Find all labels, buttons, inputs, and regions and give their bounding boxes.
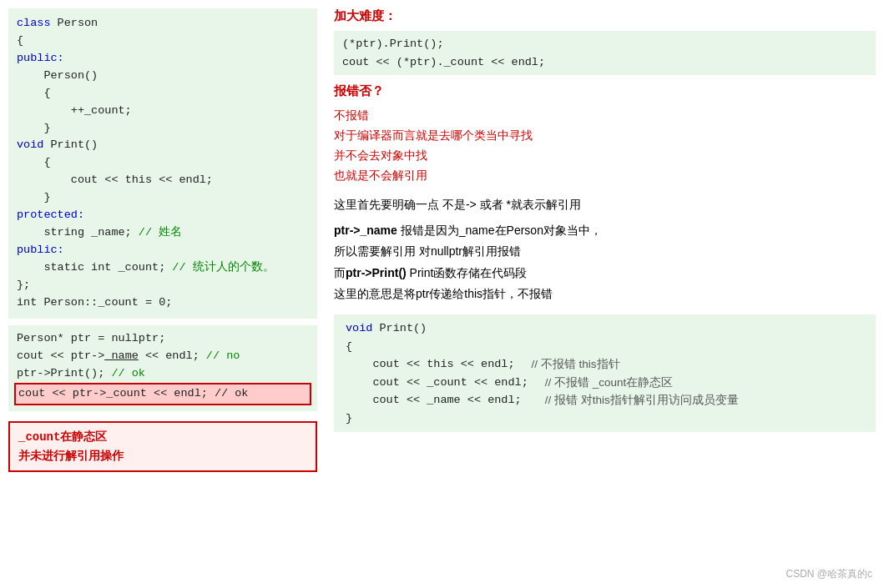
section2-line2: 对于编译器而言就是去哪个类当中寻找 — [334, 126, 876, 146]
watermark: CSDN @哈茶真的c — [785, 567, 872, 581]
bottom-code-block: Person* ptr = nullptr; cout << ptr->_nam… — [8, 325, 317, 412]
code-line-5: { — [17, 85, 309, 103]
code-line-7: } — [17, 120, 309, 138]
callout-box: _count在静态区 并未进行解引用操作 — [8, 421, 317, 472]
section3-intro: 这里首先要明确一点 不是-> 或者 *就表示解引用 — [334, 195, 876, 215]
code-line-9: { — [17, 154, 309, 172]
section3-line1: ptr->_name 报错是因为_name在Person对象当中， — [334, 220, 876, 241]
code-line-6: ++_count; — [17, 103, 309, 120]
section3-line2: 所以需要解引用 对nullptr解引用报错 — [334, 241, 876, 262]
bottom-line-2: cout << ptr->_name << endl; // no — [17, 348, 309, 365]
callout-line-1: _count在静态区 — [18, 428, 307, 446]
code-line-11: } — [17, 189, 309, 207]
callout-line-2: 并未进行解引用操作 — [18, 447, 307, 465]
section2-line3: 并不会去对象中找 — [334, 146, 876, 166]
right-panel: 加大难度： (*ptr).Print(); cout << (*ptr)._co… — [326, 8, 876, 580]
code-line-2: { — [17, 33, 309, 50]
bottom-line-highlight: cout << ptr->_count << endl; // ok — [14, 383, 311, 405]
section4-code-block: void Print() { cout << this << endl; // … — [334, 314, 876, 433]
section3-content: ptr->_name 报错是因为_name在Person对象当中， 所以需要解引… — [334, 220, 876, 304]
main-container: class Person { public: Person() { ++_cou… — [0, 0, 884, 588]
section4-line2: cout << _count << endl; // 不报错 _count在静态… — [346, 374, 864, 392]
code-line-17: int Person::_count = 0; — [17, 294, 309, 312]
code-line-4: Person() — [17, 68, 309, 85]
section3-line4: 这里的意思是将ptr传递给this指针，不报错 — [334, 284, 876, 304]
code-line-12: protected: — [17, 207, 309, 224]
section4-header: void Print() — [346, 319, 864, 338]
top-code-block: class Person { public: Person() { ++_cou… — [8, 8, 317, 319]
section4-brace-close: } — [346, 410, 864, 428]
section2-title: 报错否？ — [334, 83, 876, 99]
section3-line3: 而ptr->Print() Print函数存储在代码段 — [334, 263, 876, 284]
bottom-line-3: ptr->Print(); // ok — [17, 365, 309, 383]
code-line-16: }; — [17, 277, 309, 294]
code-line-10: cout << this << endl; — [17, 172, 309, 189]
section1-title: 加大难度： — [334, 8, 876, 24]
section2-line4: 也就是不会解引用 — [334, 166, 876, 186]
section2-line1: 不报错 — [334, 106, 876, 126]
left-panel: class Person { public: Person() { ++_cou… — [8, 8, 317, 580]
section2-content: 不报错 对于编译器而言就是去哪个类当中寻找 并不会去对象中找 也就是不会解引用 — [334, 106, 876, 185]
section1-code: (*ptr).Print(); cout << (*ptr)._count <<… — [334, 31, 876, 75]
code-line-13: string _name; // 姓名 — [17, 224, 309, 242]
code-line-1: class Person — [17, 15, 309, 33]
section4-brace-open: { — [346, 338, 864, 356]
code-line-15: static int _count; // 统计人的个数。 — [17, 259, 309, 277]
code-line-8: void Print() — [17, 137, 309, 154]
bottom-line-1: Person* ptr = nullptr; — [17, 330, 309, 348]
section1-code-line1: (*ptr).Print(); — [342, 35, 867, 53]
code-line-3: public: — [17, 50, 309, 68]
section4-line1: cout << this << endl; // 不报错 this指针 — [346, 355, 864, 374]
section1-code-line2: cout << (*ptr)._count << endl; — [342, 53, 867, 72]
code-line-14: public: — [17, 242, 309, 259]
section4-line3: cout << _name << endl; // 报错 对this指针解引用访… — [346, 391, 864, 410]
